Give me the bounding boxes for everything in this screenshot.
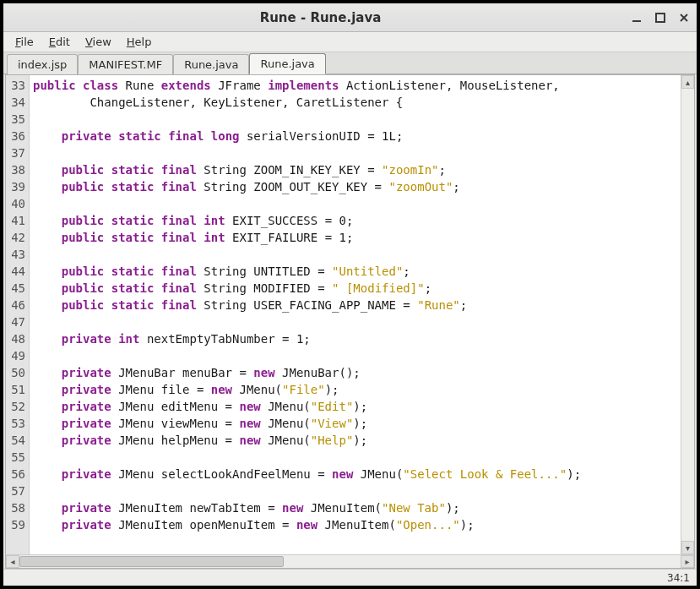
svg-rect-0	[632, 20, 641, 22]
menu-help[interactable]: Help	[120, 34, 159, 50]
code-text[interactable]: public class Rune extends JFrame impleme…	[30, 75, 681, 554]
scroll-left-button[interactable]: ◂	[6, 555, 19, 568]
menu-file[interactable]: File	[8, 34, 41, 50]
horizontal-scrollbar[interactable]: ◂ ▸	[6, 554, 694, 568]
tab-rune-java-3[interactable]: Rune.java	[249, 53, 325, 74]
tab-manifest-mf-1[interactable]: MANIFEST.MF	[78, 54, 173, 74]
tab-rune-java-2[interactable]: Rune.java	[173, 54, 249, 74]
svg-rect-1	[656, 14, 665, 22]
scroll-up-button[interactable]: ▴	[681, 75, 694, 89]
cursor-position: 34:1	[667, 572, 690, 584]
menu-edit[interactable]: Edit	[42, 34, 77, 50]
window-controls	[631, 12, 690, 24]
menu-view[interactable]: View	[79, 34, 118, 50]
scroll-right-button[interactable]: ▸	[681, 555, 694, 568]
statusbar: 34:1	[3, 569, 697, 586]
titlebar: Rune - Rune.java	[3, 3, 697, 32]
editor-area: 33 34 35 36 37 38 39 40 41 42 43 44 45 4…	[5, 74, 695, 569]
close-button[interactable]	[678, 12, 690, 24]
line-gutter: 33 34 35 36 37 38 39 40 41 42 43 44 45 4…	[6, 75, 30, 554]
menubar: FileEditViewHelp	[3, 32, 697, 52]
maximize-button[interactable]	[654, 12, 666, 24]
window-title: Rune - Rune.java	[10, 10, 631, 25]
tab-index-jsp-0[interactable]: index.jsp	[7, 54, 78, 74]
hscroll-track[interactable]	[19, 555, 681, 568]
app-window: Rune - Rune.java FileEditViewHelp index.…	[3, 3, 697, 586]
editor-tabs: index.jspMANIFEST.MFRune.javaRune.java	[3, 52, 697, 74]
vertical-scrollbar[interactable]: ▴ ▾	[681, 75, 694, 554]
hscroll-thumb[interactable]	[19, 556, 284, 567]
minimize-button[interactable]	[631, 12, 643, 24]
scroll-down-button[interactable]: ▾	[681, 541, 694, 554]
code-viewport: 33 34 35 36 37 38 39 40 41 42 43 44 45 4…	[6, 75, 694, 554]
